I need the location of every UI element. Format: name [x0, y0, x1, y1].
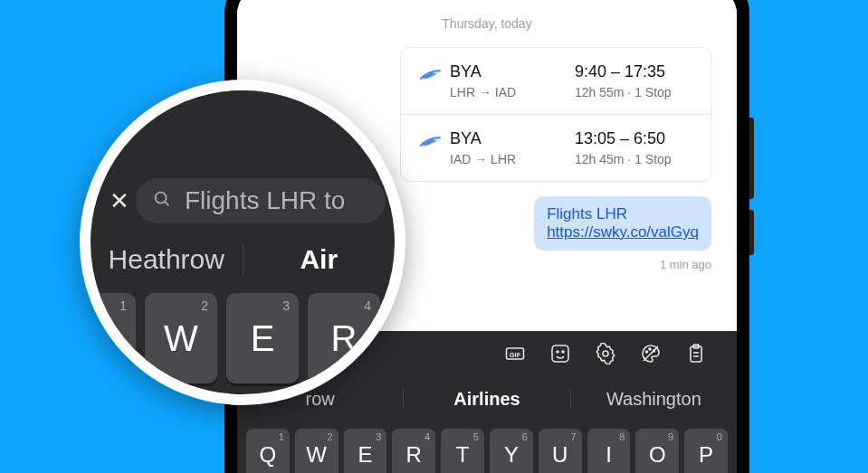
lens-key-w[interactable]: 2W: [145, 293, 217, 383]
search-input[interactable]: Flights LHR to: [136, 178, 386, 223]
key-u[interactable]: 7U: [539, 429, 582, 473]
phone-side-button: [749, 210, 754, 255]
svg-text:GIF: GIF: [510, 351, 521, 359]
settings-icon[interactable]: [583, 343, 628, 364]
svg-rect-2: [552, 345, 568, 362]
key-q[interactable]: 1Q: [246, 429, 290, 473]
lens-suggestion-bar: Heathrow Air: [91, 232, 395, 288]
search-text: Flights LHR to: [185, 186, 345, 215]
flight-route: IAD → LHR: [450, 152, 568, 166]
svg-point-14: [156, 193, 167, 203]
key-o[interactable]: 9O: [635, 429, 679, 473]
message-text: Flights LHR: [547, 205, 627, 222]
palette-icon[interactable]: [628, 343, 673, 364]
date-header: Thursday, today: [237, 16, 737, 31]
key-y[interactable]: 6Y: [490, 429, 533, 473]
flight-duration: 12h 55m · 1 Stop: [575, 85, 694, 99]
svg-line-15: [165, 202, 168, 205]
flight-row[interactable]: BYA LHR → IAD 9:40 – 17:35 12h 55m · 1 S…: [401, 48, 711, 114]
svg-point-5: [603, 351, 608, 356]
close-icon[interactable]: ✕: [103, 187, 136, 215]
magnifier-lens: ✕ Flights LHR to Heathrow Air 1 2W 3E 4R…: [80, 80, 405, 405]
message-timestamp: 1 min ago: [660, 258, 711, 271]
lens-search-row: ✕ Flights LHR to: [91, 170, 395, 232]
flight-route: LHR → IAD: [450, 85, 568, 99]
outgoing-message[interactable]: Flights LHR https://swky.co/valGyq: [534, 196, 711, 251]
key-e[interactable]: 3E: [344, 429, 387, 473]
lens-key-e[interactable]: 3E: [226, 293, 299, 383]
suggestion-center[interactable]: Airlines: [403, 389, 570, 410]
wing-icon: [417, 64, 443, 93]
gif-icon[interactable]: GIF: [492, 343, 538, 364]
clipboard-icon[interactable]: [673, 343, 719, 364]
lens-suggestion-left[interactable]: Heathrow: [91, 244, 243, 275]
flight-row[interactable]: BYA IAD → LHR 13:05 – 6:50 12h 45m · 1 S…: [401, 114, 711, 181]
lens-key[interactable]: 1: [80, 293, 136, 383]
key-p[interactable]: 0P: [684, 429, 728, 473]
svg-point-7: [649, 348, 651, 350]
svg-point-3: [557, 351, 558, 353]
suggestion-right[interactable]: Washington: [571, 389, 737, 410]
flight-duration: 12h 45m · 1 Stop: [575, 152, 694, 166]
phone-side-button: [749, 118, 754, 199]
emoji-icon[interactable]: [538, 343, 583, 364]
lens-suggestion-right[interactable]: Air: [243, 244, 396, 275]
key-i[interactable]: 8I: [587, 429, 631, 473]
key-w[interactable]: 2W: [295, 429, 339, 473]
flight-card[interactable]: BYA LHR → IAD 9:40 – 17:35 12h 55m · 1 S…: [400, 47, 711, 182]
flight-times: 13:05 – 6:50: [575, 129, 694, 148]
flight-times: 9:40 – 17:35: [575, 62, 694, 81]
message-link[interactable]: https://swky.co/valGyq: [547, 223, 699, 241]
wing-icon: [417, 131, 443, 160]
search-icon: [152, 189, 172, 213]
svg-point-4: [562, 351, 564, 353]
key-row: 1Q 2W 3E 4R 5T 6Y 7U 8I 9O 0P: [237, 421, 737, 473]
svg-point-6: [646, 351, 648, 353]
key-r[interactable]: 4R: [392, 429, 435, 473]
key-t[interactable]: 5T: [441, 429, 484, 473]
airline-code: BYA: [450, 62, 568, 81]
airline-code: BYA: [450, 129, 568, 148]
